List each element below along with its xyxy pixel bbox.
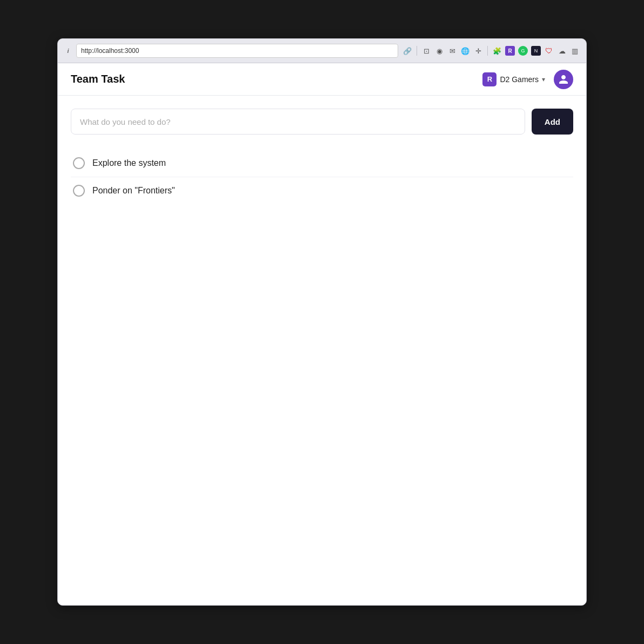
divider2	[487, 46, 488, 56]
browser-icons: 🔗 ⊡ ◉ ✉ 🌐 ✛ 🧩 R G N 🛡 ☁ ▥	[403, 46, 580, 56]
browser-chrome: i http://localhost:3000 🔗 ⊡ ◉ ✉ 🌐 ✛ 🧩 R …	[58, 39, 586, 63]
task-label: Explore the system	[92, 158, 166, 168]
app-content: Team Task R D2 Gamers ▾ Add	[58, 63, 586, 605]
app-header: Team Task R D2 Gamers ▾	[58, 63, 586, 96]
ext-red-icon[interactable]: 🛡	[544, 46, 554, 56]
header-right: R D2 Gamers ▾	[478, 70, 573, 89]
split-view-icon[interactable]: ▥	[570, 46, 580, 56]
task-input[interactable]	[71, 109, 525, 135]
browser-toolbar: i http://localhost:3000 🔗 ⊡ ◉ ✉ 🌐 ✛ 🧩 R …	[58, 39, 586, 63]
chevron-down-icon: ▾	[542, 76, 545, 83]
navigate-icon[interactable]: ✛	[473, 46, 483, 56]
task-list: Explore the systemPonder on "Frontiers"	[71, 150, 573, 204]
task-input-row: Add	[71, 109, 573, 135]
ext-dark-icon[interactable]: N	[531, 46, 541, 56]
ext-purple-icon[interactable]: R	[505, 46, 515, 56]
ext-cloud-icon[interactable]: ☁	[557, 46, 567, 56]
team-icon: R	[482, 72, 497, 86]
link-icon[interactable]: 🔗	[403, 46, 412, 56]
page-title: Team Task	[71, 73, 125, 85]
browser-window: i http://localhost:3000 🔗 ⊡ ◉ ✉ 🌐 ✛ 🧩 R …	[57, 38, 587, 606]
add-button[interactable]: Add	[532, 109, 573, 135]
ext-green-icon[interactable]: G	[518, 46, 528, 56]
pip-icon[interactable]: ⊡	[421, 46, 431, 56]
address-bar[interactable]: http://localhost:3000	[76, 44, 398, 58]
url-text: http://localhost:3000	[81, 47, 139, 55]
globe-icon[interactable]: 🌐	[460, 46, 470, 56]
task-item: Explore the system	[71, 150, 573, 177]
task-checkbox[interactable]	[73, 157, 85, 169]
mail-icon[interactable]: ✉	[447, 46, 457, 56]
task-label: Ponder on "Frontiers"	[92, 186, 175, 196]
info-icon: i	[64, 48, 72, 54]
extensions-icon[interactable]: 🧩	[492, 46, 502, 56]
main-content: Add Explore the systemPonder on "Frontie…	[58, 96, 586, 605]
screenshot-icon[interactable]: ◉	[434, 46, 444, 56]
avatar[interactable]	[554, 70, 573, 89]
task-item: Ponder on "Frontiers"	[71, 177, 573, 204]
team-name: D2 Gamers	[500, 75, 539, 84]
divider	[417, 46, 417, 56]
task-checkbox[interactable]	[73, 185, 85, 197]
team-badge[interactable]: R D2 Gamers ▾	[478, 70, 549, 89]
